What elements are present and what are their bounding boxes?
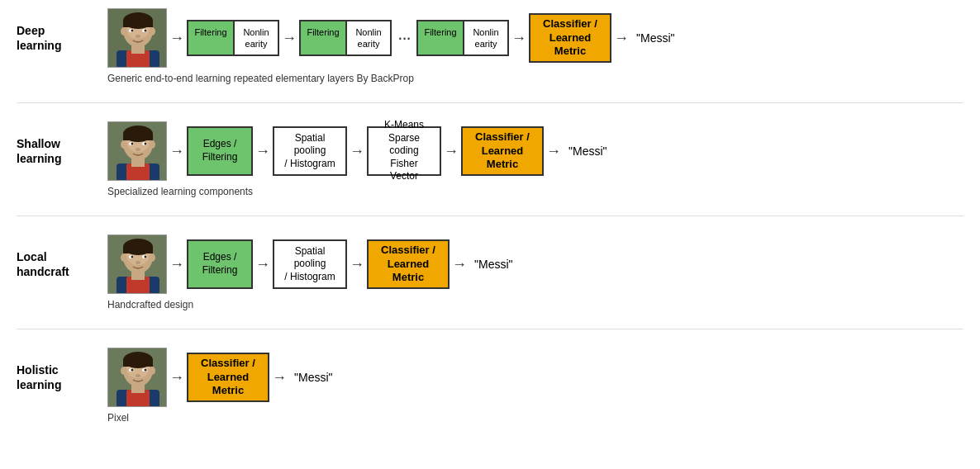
svg-rect-8 [131,45,145,54]
arrow-s1: → [167,143,187,160]
svg-point-45 [136,261,140,264]
arrow-s3: → [347,143,367,160]
classifier-shallow: Classifier /Learned Metric [461,126,544,176]
svg-point-60 [136,374,140,377]
svg-point-24 [121,140,127,149]
shallow-learning-section: Shallowlearning [17,121,963,197]
arrow-2: → [279,30,299,47]
arrow-l1: → [167,256,187,273]
svg-point-29 [145,143,147,145]
svg-point-39 [121,253,127,262]
kmeans-shallow: K-MeansSparse codingFisher Vector [367,126,441,176]
arrow-s2: → [253,143,273,160]
svg-rect-38 [131,272,145,280]
deep-learning-section: Deeplearning [17,8,963,84]
arrow-l3: → [347,256,367,273]
diagram: Deeplearning [17,8,963,424]
face-local [107,234,167,294]
svg-point-40 [149,253,155,262]
local-label: Localhandcraft [17,249,107,279]
messi-deep: "Messi" [636,31,675,45]
classifier-deep: Classifier /Learned Metric [529,13,611,63]
shallow-learning-row: Shallowlearning [17,121,963,181]
svg-rect-50 [123,360,153,367]
svg-point-55 [149,367,155,375]
divider-2 [17,216,963,216]
deep-learning-row: Deeplearning [17,8,963,68]
holistic-label: Holisticlearning [17,362,107,392]
svg-point-54 [121,367,127,375]
arrow-l2: → [253,256,273,273]
svg-rect-35 [123,247,153,253]
nonlin-box-1: Nonlinearity [235,21,278,55]
svg-point-10 [149,27,155,36]
svg-rect-20 [123,134,153,140]
divider-1 [17,102,963,103]
shallow-caption: Specialized learning components [107,184,963,197]
local-handcraft-section: Localhandcraft [17,234,963,310]
pair-1: Filtering Nonlinearity [187,20,279,57]
nonlin-box-2: Nonlinearity [347,21,390,55]
face-holistic [107,348,167,407]
arrow-s5: → [544,143,564,160]
svg-point-58 [131,369,134,372]
edges-shallow: Edges /Filtering [187,126,253,176]
svg-point-43 [131,256,134,258]
holistic-learning-section: Holisticlearning [17,348,963,424]
deep-label: Deeplearning [17,23,107,53]
svg-point-15 [136,35,140,38]
svg-point-59 [145,369,147,372]
arrow-l4: → [450,256,469,273]
svg-rect-5 [123,21,153,27]
pair-3: Filtering Nonlinearity [416,20,509,57]
arrow-4: → [611,30,631,47]
face-deep [107,8,167,68]
messi-shallow: "Messi" [568,144,607,158]
filtering-box-2: Filtering [301,21,347,55]
shallow-label: Shallowlearning [17,136,107,166]
svg-point-44 [145,256,147,258]
holistic-learning-row: Holisticlearning [17,348,963,407]
arrow-h2: → [269,369,289,386]
messi-holistic: "Messi" [294,371,333,384]
svg-point-13 [131,30,134,32]
filtering-box-1: Filtering [188,21,235,55]
svg-point-28 [131,143,134,145]
arrow-3: → [509,30,529,47]
spatial-shallow: Spatial pooling/ Histogram [273,126,347,176]
arrow-1: → [167,30,187,47]
face-shallow [107,121,167,181]
edges-local: Edges /Filtering [187,239,253,289]
svg-rect-53 [131,385,145,393]
holistic-caption: Pixel [107,410,963,424]
svg-point-9 [121,27,127,36]
spatial-local: Spatial pooling/ Histogram [273,239,347,289]
local-handcraft-row: Localhandcraft [17,234,963,294]
svg-point-14 [145,30,147,32]
pair-2: Filtering Nonlinearity [299,20,392,57]
dashed-arrow: ··· [392,27,416,49]
arrow-h1: → [167,369,187,386]
svg-point-30 [136,148,140,151]
classifier-holistic: Classifier /Learned Metric [187,353,269,402]
filtering-box-3: Filtering [418,21,464,55]
local-caption: Handcrafted design [107,297,963,310]
svg-rect-23 [131,159,145,167]
deep-caption: Generic end-to-end learning repeated ele… [107,71,963,84]
arrow-s4: → [441,143,461,160]
classifier-local: Classifier /Learned Metric [367,239,450,289]
svg-point-25 [149,140,155,149]
nonlin-box-3: Nonlinearity [464,21,507,55]
divider-3 [17,329,963,329]
messi-local: "Messi" [474,258,513,271]
